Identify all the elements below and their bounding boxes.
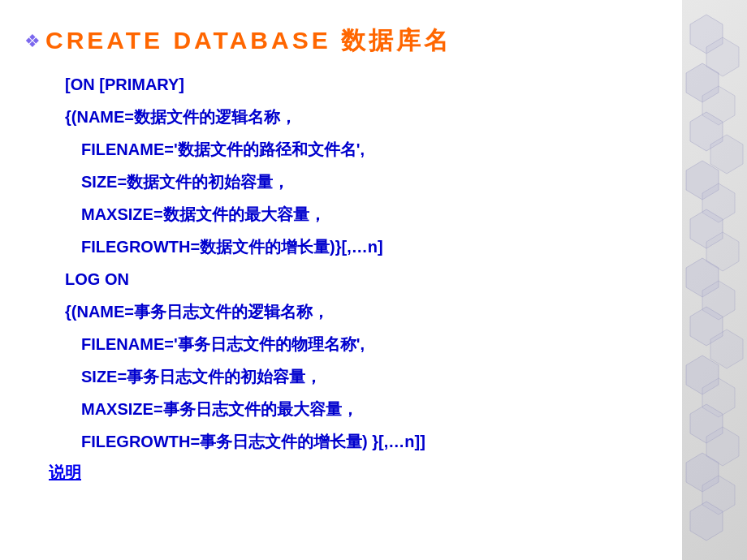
hex-pattern-svg: [682, 0, 747, 560]
code-line-size-log: SIZE=事务日志文件的初始容量，: [49, 364, 650, 389]
code-line-maxsize-data: MAXSIZE=数据文件的最大容量，: [49, 202, 650, 226]
code-line-filename-log: FILENAME='事务日志文件的物理名称',: [49, 332, 650, 356]
code-line-filegrowth-data: FILEGROWTH=数据文件的增长量)}[,…n]: [49, 235, 650, 259]
code-line-name-data: {(NAME=数据文件的逻辑名称，: [49, 105, 650, 129]
main-content: ❖ CREATE DATABASE 数据库名 [ON [PRIMARY] {(N…: [0, 0, 682, 560]
code-line-filegrowth-log: FILEGROWTH=事务日志文件的增长量) }[,…n]]: [49, 429, 650, 454]
code-line-filename-data: FILENAME='数据文件的路径和文件名',: [49, 137, 650, 162]
code-line-name-log: {(NAME=事务日志文件的逻辑名称，: [49, 299, 650, 324]
title-line: ❖ CREATE DATABASE 数据库名: [24, 24, 650, 58]
slide-title: CREATE DATABASE 数据库名: [45, 24, 451, 58]
code-block: [ON [PRIMARY] {(NAME=数据文件的逻辑名称， FILENAME…: [24, 72, 650, 454]
diamond-bullet-icon: ❖: [24, 31, 41, 52]
slide-container: ❖ CREATE DATABASE 数据库名 [ON [PRIMARY] {(N…: [0, 0, 747, 560]
code-line-maxsize-log: MAXSIZE=事务日志文件的最大容量，: [49, 397, 650, 421]
note-link[interactable]: 说明: [24, 462, 650, 484]
right-decorative-panel: [682, 0, 747, 560]
code-line-size-data: SIZE=数据文件的初始容量，: [49, 170, 650, 194]
code-line-log-on: LOG ON: [49, 267, 650, 291]
code-line-on-primary: [ON [PRIMARY]: [49, 72, 650, 97]
